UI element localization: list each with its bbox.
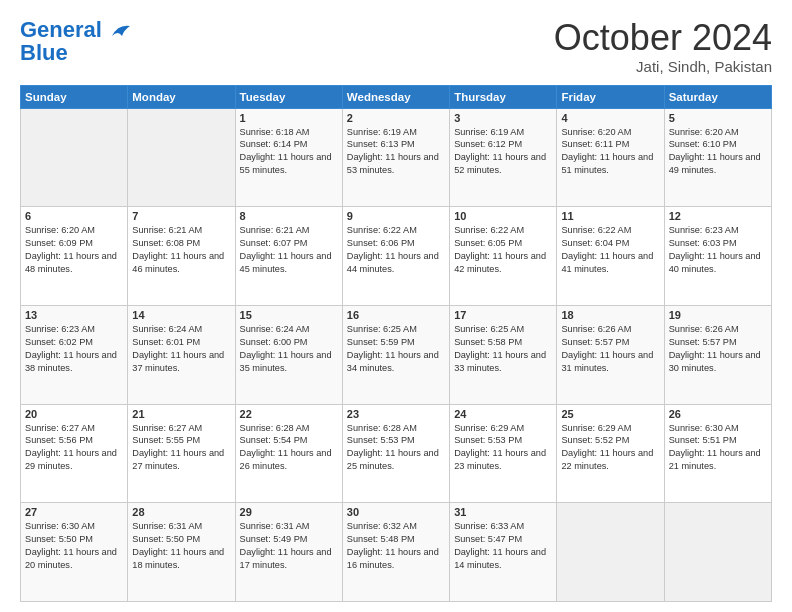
table-row: 1Sunrise: 6:18 AM Sunset: 6:14 PM Daylig… <box>235 108 342 207</box>
day-number: 7 <box>132 210 230 222</box>
calendar-header-row: Sunday Monday Tuesday Wednesday Thursday… <box>21 85 772 108</box>
day-number: 27 <box>25 506 123 518</box>
day-info: Sunrise: 6:25 AM Sunset: 5:59 PM Dayligh… <box>347 323 445 375</box>
title-area: October 2024 Jati, Sindh, Pakistan <box>554 18 772 75</box>
header-thursday: Thursday <box>450 85 557 108</box>
table-row: 26Sunrise: 6:30 AM Sunset: 5:51 PM Dayli… <box>664 404 771 503</box>
day-info: Sunrise: 6:29 AM Sunset: 5:52 PM Dayligh… <box>561 422 659 474</box>
day-info: Sunrise: 6:20 AM Sunset: 6:11 PM Dayligh… <box>561 126 659 178</box>
day-info: Sunrise: 6:24 AM Sunset: 6:00 PM Dayligh… <box>240 323 338 375</box>
day-info: Sunrise: 6:21 AM Sunset: 6:08 PM Dayligh… <box>132 224 230 276</box>
table-row: 30Sunrise: 6:32 AM Sunset: 5:48 PM Dayli… <box>342 503 449 602</box>
table-row <box>128 108 235 207</box>
day-number: 17 <box>454 309 552 321</box>
day-number: 29 <box>240 506 338 518</box>
day-number: 23 <box>347 408 445 420</box>
day-info: Sunrise: 6:29 AM Sunset: 5:53 PM Dayligh… <box>454 422 552 474</box>
day-number: 10 <box>454 210 552 222</box>
header-friday: Friday <box>557 85 664 108</box>
day-number: 26 <box>669 408 767 420</box>
table-row: 18Sunrise: 6:26 AM Sunset: 5:57 PM Dayli… <box>557 305 664 404</box>
table-row: 22Sunrise: 6:28 AM Sunset: 5:54 PM Dayli… <box>235 404 342 503</box>
day-info: Sunrise: 6:28 AM Sunset: 5:53 PM Dayligh… <box>347 422 445 474</box>
logo-general: General <box>20 17 102 42</box>
day-info: Sunrise: 6:30 AM Sunset: 5:51 PM Dayligh… <box>669 422 767 474</box>
day-number: 20 <box>25 408 123 420</box>
day-info: Sunrise: 6:32 AM Sunset: 5:48 PM Dayligh… <box>347 520 445 572</box>
table-row: 7Sunrise: 6:21 AM Sunset: 6:08 PM Daylig… <box>128 207 235 306</box>
table-row: 19Sunrise: 6:26 AM Sunset: 5:57 PM Dayli… <box>664 305 771 404</box>
table-row <box>21 108 128 207</box>
header-tuesday: Tuesday <box>235 85 342 108</box>
day-info: Sunrise: 6:22 AM Sunset: 6:04 PM Dayligh… <box>561 224 659 276</box>
day-number: 1 <box>240 112 338 124</box>
table-row: 10Sunrise: 6:22 AM Sunset: 6:05 PM Dayli… <box>450 207 557 306</box>
day-info: Sunrise: 6:19 AM Sunset: 6:12 PM Dayligh… <box>454 126 552 178</box>
logo: General Blue <box>20 18 132 64</box>
calendar-week-2: 6Sunrise: 6:20 AM Sunset: 6:09 PM Daylig… <box>21 207 772 306</box>
table-row: 31Sunrise: 6:33 AM Sunset: 5:47 PM Dayli… <box>450 503 557 602</box>
day-number: 4 <box>561 112 659 124</box>
day-info: Sunrise: 6:22 AM Sunset: 6:06 PM Dayligh… <box>347 224 445 276</box>
table-row: 14Sunrise: 6:24 AM Sunset: 6:01 PM Dayli… <box>128 305 235 404</box>
day-number: 24 <box>454 408 552 420</box>
day-info: Sunrise: 6:28 AM Sunset: 5:54 PM Dayligh… <box>240 422 338 474</box>
day-number: 16 <box>347 309 445 321</box>
day-info: Sunrise: 6:22 AM Sunset: 6:05 PM Dayligh… <box>454 224 552 276</box>
day-info: Sunrise: 6:31 AM Sunset: 5:50 PM Dayligh… <box>132 520 230 572</box>
table-row: 20Sunrise: 6:27 AM Sunset: 5:56 PM Dayli… <box>21 404 128 503</box>
day-number: 3 <box>454 112 552 124</box>
day-info: Sunrise: 6:26 AM Sunset: 5:57 PM Dayligh… <box>561 323 659 375</box>
table-row: 6Sunrise: 6:20 AM Sunset: 6:09 PM Daylig… <box>21 207 128 306</box>
day-info: Sunrise: 6:23 AM Sunset: 6:02 PM Dayligh… <box>25 323 123 375</box>
day-number: 6 <box>25 210 123 222</box>
day-number: 19 <box>669 309 767 321</box>
table-row: 24Sunrise: 6:29 AM Sunset: 5:53 PM Dayli… <box>450 404 557 503</box>
day-number: 5 <box>669 112 767 124</box>
day-number: 25 <box>561 408 659 420</box>
day-number: 30 <box>347 506 445 518</box>
table-row: 15Sunrise: 6:24 AM Sunset: 6:00 PM Dayli… <box>235 305 342 404</box>
table-row: 3Sunrise: 6:19 AM Sunset: 6:12 PM Daylig… <box>450 108 557 207</box>
day-info: Sunrise: 6:18 AM Sunset: 6:14 PM Dayligh… <box>240 126 338 178</box>
day-number: 14 <box>132 309 230 321</box>
table-row: 5Sunrise: 6:20 AM Sunset: 6:10 PM Daylig… <box>664 108 771 207</box>
table-row <box>664 503 771 602</box>
logo-text: General <box>20 18 132 42</box>
day-number: 15 <box>240 309 338 321</box>
table-row: 21Sunrise: 6:27 AM Sunset: 5:55 PM Dayli… <box>128 404 235 503</box>
day-number: 28 <box>132 506 230 518</box>
day-info: Sunrise: 6:19 AM Sunset: 6:13 PM Dayligh… <box>347 126 445 178</box>
table-row <box>557 503 664 602</box>
header-saturday: Saturday <box>664 85 771 108</box>
table-row: 13Sunrise: 6:23 AM Sunset: 6:02 PM Dayli… <box>21 305 128 404</box>
day-info: Sunrise: 6:27 AM Sunset: 5:56 PM Dayligh… <box>25 422 123 474</box>
calendar-location: Jati, Sindh, Pakistan <box>554 58 772 75</box>
calendar-table: Sunday Monday Tuesday Wednesday Thursday… <box>20 85 772 602</box>
day-info: Sunrise: 6:31 AM Sunset: 5:49 PM Dayligh… <box>240 520 338 572</box>
day-info: Sunrise: 6:21 AM Sunset: 6:07 PM Dayligh… <box>240 224 338 276</box>
day-number: 9 <box>347 210 445 222</box>
table-row: 16Sunrise: 6:25 AM Sunset: 5:59 PM Dayli… <box>342 305 449 404</box>
table-row: 27Sunrise: 6:30 AM Sunset: 5:50 PM Dayli… <box>21 503 128 602</box>
day-number: 11 <box>561 210 659 222</box>
day-number: 21 <box>132 408 230 420</box>
calendar-week-3: 13Sunrise: 6:23 AM Sunset: 6:02 PM Dayli… <box>21 305 772 404</box>
day-info: Sunrise: 6:23 AM Sunset: 6:03 PM Dayligh… <box>669 224 767 276</box>
day-info: Sunrise: 6:20 AM Sunset: 6:10 PM Dayligh… <box>669 126 767 178</box>
day-number: 31 <box>454 506 552 518</box>
table-row: 12Sunrise: 6:23 AM Sunset: 6:03 PM Dayli… <box>664 207 771 306</box>
table-row: 9Sunrise: 6:22 AM Sunset: 6:06 PM Daylig… <box>342 207 449 306</box>
day-info: Sunrise: 6:27 AM Sunset: 5:55 PM Dayligh… <box>132 422 230 474</box>
table-row: 17Sunrise: 6:25 AM Sunset: 5:58 PM Dayli… <box>450 305 557 404</box>
table-row: 28Sunrise: 6:31 AM Sunset: 5:50 PM Dayli… <box>128 503 235 602</box>
day-number: 12 <box>669 210 767 222</box>
day-info: Sunrise: 6:30 AM Sunset: 5:50 PM Dayligh… <box>25 520 123 572</box>
day-number: 13 <box>25 309 123 321</box>
table-row: 23Sunrise: 6:28 AM Sunset: 5:53 PM Dayli… <box>342 404 449 503</box>
table-row: 11Sunrise: 6:22 AM Sunset: 6:04 PM Dayli… <box>557 207 664 306</box>
header-monday: Monday <box>128 85 235 108</box>
logo-bird-icon <box>110 22 132 40</box>
day-info: Sunrise: 6:24 AM Sunset: 6:01 PM Dayligh… <box>132 323 230 375</box>
day-info: Sunrise: 6:26 AM Sunset: 5:57 PM Dayligh… <box>669 323 767 375</box>
